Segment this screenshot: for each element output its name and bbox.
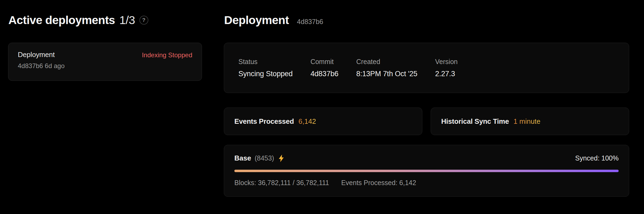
deployment-list-item-status: Indexing Stopped bbox=[142, 51, 192, 59]
chain-name: Base bbox=[234, 154, 251, 162]
events-processed-label: Events Processed bbox=[234, 117, 294, 126]
deployments-dashboard: Active deployments 1/3 ? Deployment Inde… bbox=[0, 0, 644, 214]
active-deployments-header: Active deployments 1/3 ? bbox=[8, 14, 148, 27]
events-processed-value: 6,142 bbox=[299, 117, 316, 126]
deployment-overview-panel: Status Syncing Stopped Commit 4d837b6 Cr… bbox=[224, 43, 629, 93]
deployment-commit-hash: 4d837b6 bbox=[297, 18, 323, 26]
sync-progress-bar bbox=[234, 170, 619, 172]
field-label: Commit bbox=[310, 58, 338, 66]
field-label: Status bbox=[238, 58, 293, 66]
chain-events-processed-stat: Events Processed: 6,142 bbox=[341, 179, 416, 187]
chain-sync-card: Base (8453) Synced: 100% Blocks: 3 bbox=[224, 145, 629, 197]
overview-field-commit: Commit 4d837b6 bbox=[310, 58, 338, 78]
field-value-commit: 4d837b6 bbox=[310, 70, 338, 78]
deployment-list-item-meta: 4d837b6 6d ago bbox=[18, 62, 192, 70]
synced-percent-label: Synced: 100% bbox=[575, 154, 619, 162]
field-value-created: 8:13PM 7th Oct '25 bbox=[356, 70, 417, 78]
field-label: Version bbox=[435, 58, 458, 66]
active-deployments-count: 1/3 bbox=[119, 14, 135, 27]
field-value-version: 2.27.3 bbox=[435, 70, 458, 78]
historical-sync-time-label: Historical Sync Time bbox=[441, 117, 509, 126]
deployment-detail-header: Deployment 4d837b6 bbox=[224, 14, 323, 27]
overview-field-version: Version 2.27.3 bbox=[435, 58, 458, 78]
active-deployments-title: Active deployments bbox=[8, 14, 115, 27]
historical-sync-time-card: Historical Sync Time 1 minute bbox=[431, 108, 629, 135]
events-processed-card: Events Processed 6,142 bbox=[224, 108, 422, 135]
deployment-list-item-name: Deployment bbox=[18, 51, 55, 59]
deployment-detail-title: Deployment bbox=[224, 14, 289, 27]
historical-sync-time-value: 1 minute bbox=[513, 117, 540, 126]
blocks-stat: Blocks: 36,782,111 / 36,782,111 bbox=[234, 179, 329, 187]
overview-field-created: Created 8:13PM 7th Oct '25 bbox=[356, 58, 417, 78]
metrics-row: Events Processed 6,142 Historical Sync T… bbox=[224, 108, 629, 135]
field-label: Created bbox=[356, 58, 417, 66]
help-icon[interactable]: ? bbox=[139, 16, 148, 25]
field-value-status: Syncing Stopped bbox=[238, 70, 293, 78]
chain-id: (8453) bbox=[255, 154, 274, 162]
sync-progress-fill bbox=[234, 170, 619, 172]
overview-field-status: Status Syncing Stopped bbox=[238, 58, 293, 78]
lightning-bolt-icon bbox=[278, 154, 285, 162]
deployment-list-item[interactable]: Deployment Indexing Stopped 4d837b6 6d a… bbox=[8, 43, 202, 81]
